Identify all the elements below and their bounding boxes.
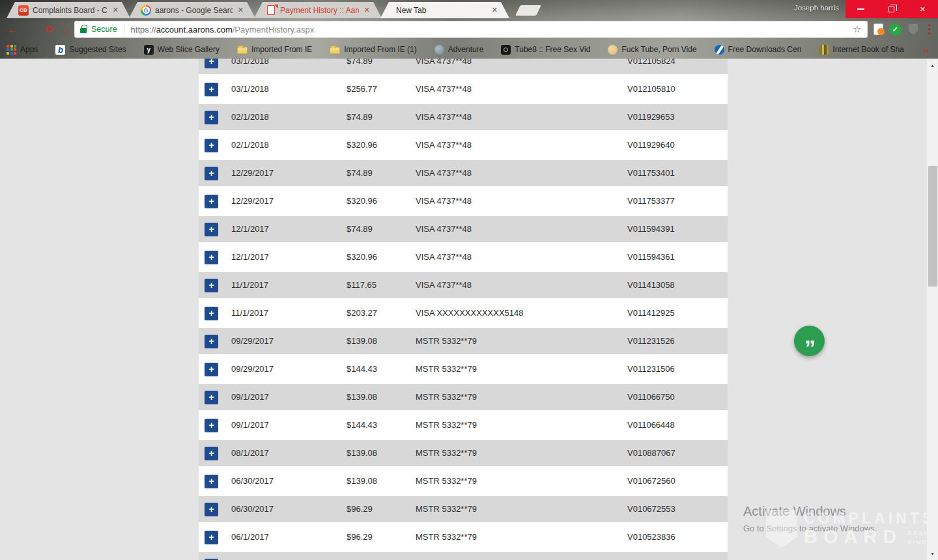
payment-history-table: + 03/1/2018 $74.89 VISA 4737**48 V012105… [199, 59, 728, 560]
bookmark-label: Web Slice Gallery [158, 45, 220, 54]
tab-close-icon[interactable]: ✕ [236, 6, 245, 14]
payment-date: 06/30/2017 [231, 496, 274, 522]
expand-row-button[interactable]: + [205, 391, 218, 404]
payment-amount: $96.29 [347, 496, 373, 522]
tab-google-search[interactable]: aarons - Google Search ✕ [129, 2, 255, 18]
payment-date: 12/1/2017 [231, 244, 269, 270]
activate-windows-watermark: Activate Windows Go to Settings to activ… [743, 504, 877, 533]
bookmark-item[interactable]: y Web Slice Gallery [144, 45, 220, 55]
bookmark-item[interactable]: b Suggested Sites [55, 45, 126, 55]
adventure-icon [434, 45, 444, 55]
expand-row-button[interactable]: + [205, 447, 218, 460]
expand-row-button[interactable]: + [205, 251, 218, 264]
expand-row-button[interactable]: + [205, 279, 218, 292]
expand-row-button[interactable]: + [205, 59, 218, 68]
url-text[interactable]: https://account.aarons.com/PaymentHistor… [131, 25, 315, 35]
expand-row-button[interactable]: + [205, 475, 218, 488]
restore-button[interactable] [876, 0, 907, 18]
payment-method: MSTR 5332**79 [416, 412, 477, 438]
expand-row-button[interactable]: + [205, 335, 218, 348]
bookmark-item[interactable]: Imported From IE (1) [330, 45, 416, 54]
payment-method: VISA 4737**48 [416, 104, 472, 130]
bookmark-label: Fuck Tube, Porn Vide [621, 45, 696, 54]
home-icon[interactable]: ⌂ [63, 24, 69, 35]
bookmark-label: Internet Book of Sha [832, 45, 903, 54]
scrollbar-thumb[interactable] [928, 166, 937, 287]
expand-row-button[interactable]: + [205, 419, 218, 432]
payment-row: + 03/1/2018 $256.77 VISA 4737**48 V01210… [199, 76, 728, 102]
scroll-up-arrow-icon[interactable]: ▲ [927, 60, 938, 70]
page-scrollbar[interactable]: ▲ ▼ [927, 59, 938, 560]
payment-method: VISA XXXXXXXXXXXX5148 [416, 300, 524, 326]
expand-row-button[interactable]: + [205, 111, 218, 124]
crashed-page-favicon [267, 5, 275, 15]
tab-close-icon[interactable]: ✕ [490, 6, 499, 14]
payment-confirmation: V011929640 [627, 132, 675, 158]
payment-row: + [199, 552, 728, 560]
address-bar[interactable]: Secure https://account.aarons.com/Paymen… [74, 21, 868, 38]
expand-row-button[interactable]: + [205, 503, 218, 516]
payment-row: + 12/1/2017 $74.89 VISA 4737**48 V011594… [199, 216, 728, 242]
webslice-icon: y [144, 45, 154, 55]
expand-row-button[interactable]: + [205, 531, 218, 544]
close-button[interactable]: ✕ [907, 0, 938, 18]
bookmark-item[interactable]: Free Downloads Cen [715, 45, 802, 55]
expand-row-button[interactable]: + [205, 83, 218, 96]
bookmark-item[interactable]: Internet Book of Sha [819, 45, 903, 55]
payment-method: VISA 4737**48 [416, 272, 472, 298]
payment-amount: $74.89 [347, 104, 373, 130]
bookmark-item[interactable]: Apps [7, 45, 38, 55]
expand-row-button[interactable]: + [205, 363, 218, 376]
profile-name[interactable]: Joseph harris [794, 4, 839, 12]
minimize-button[interactable] [846, 0, 876, 18]
payment-row: + 09/29/2017 $144.43 MSTR 5332**79 V0112… [199, 356, 728, 382]
bookmark-label: Tube8 :: Free Sex Vid [515, 45, 590, 54]
expand-row-button[interactable]: + [205, 307, 218, 320]
payment-confirmation: V010523836 [627, 524, 675, 550]
bookmark-item[interactable]: Tube8 :: Free Sex Vid [501, 45, 590, 55]
tab-close-icon[interactable]: ✕ [111, 6, 120, 14]
reload-icon[interactable]: ⟳ [45, 24, 54, 35]
expand-row-button[interactable]: + [205, 223, 218, 236]
payment-row: + 03/1/2018 $74.89 VISA 4737**48 V012105… [199, 59, 728, 74]
bookmark-item[interactable]: Imported From IE [237, 45, 312, 54]
bookmark-star-icon[interactable]: ☆ [853, 23, 861, 35]
payment-confirmation: V011753401 [627, 160, 675, 186]
bookmark-item[interactable]: Fuck Tube, Porn Vide [608, 45, 696, 55]
payment-amount: $139.08 [347, 440, 377, 466]
expand-row-button[interactable]: + [205, 167, 218, 180]
payment-date: 12/1/2017 [231, 216, 269, 242]
shield-extension-icon[interactable] [907, 23, 920, 36]
payment-confirmation: V011594361 [627, 244, 675, 270]
scroll-down-arrow-icon[interactable]: ▼ [927, 548, 938, 559]
new-tab-button[interactable] [515, 5, 541, 16]
payment-confirmation: V011594391 [627, 216, 675, 242]
payment-row: + 11/1/2017 $203.27 VISA XXXXXXXXXXXX514… [199, 300, 728, 326]
activate-windows-line1: Activate Windows [743, 504, 877, 519]
bookmark-item[interactable]: Adventure [434, 45, 484, 55]
tab-new-tab[interactable]: New Tab ✕ [380, 2, 509, 18]
forward-icon[interactable]: → [25, 24, 36, 35]
watermark-title-top: COMPLAINTS [804, 510, 938, 527]
nav-icons: ← → ⟳ ⌂ [7, 24, 74, 35]
chrome-menu-icon[interactable] [926, 23, 933, 36]
payment-confirmation: V011412925 [627, 300, 675, 326]
payment-date: 02/1/2018 [231, 132, 269, 158]
extensions-area: ✓ [868, 23, 933, 36]
payment-amount: $203.27 [347, 300, 377, 326]
tab-complaints-board[interactable]: CB Complaints Board - Cons ✕ [7, 2, 130, 18]
payment-row: + 09/29/2017 $139.08 MSTR 5332**79 V0112… [199, 328, 728, 354]
expand-row-button[interactable]: + [205, 195, 218, 208]
expand-row-button[interactable]: + [205, 139, 218, 152]
url-path: /PaymentHistory.aspx [233, 25, 314, 35]
tab-payment-history[interactable]: Payment History :: Aaron ✕ [254, 2, 382, 18]
antivirus-extension-icon[interactable]: ✓ [889, 23, 902, 36]
payment-date: 09/1/2017 [231, 412, 269, 438]
notes-extension-icon[interactable] [874, 23, 883, 35]
hangouts-chat-button[interactable]: ” [794, 326, 825, 356]
payment-method: VISA 4737**48 [416, 188, 472, 214]
back-icon[interactable]: ← [7, 24, 18, 35]
bookmarks-overflow-chevron[interactable]: » [924, 44, 929, 55]
tab-close-icon[interactable]: ✕ [363, 6, 371, 14]
payment-method: MSTR 5332**79 [416, 328, 477, 354]
